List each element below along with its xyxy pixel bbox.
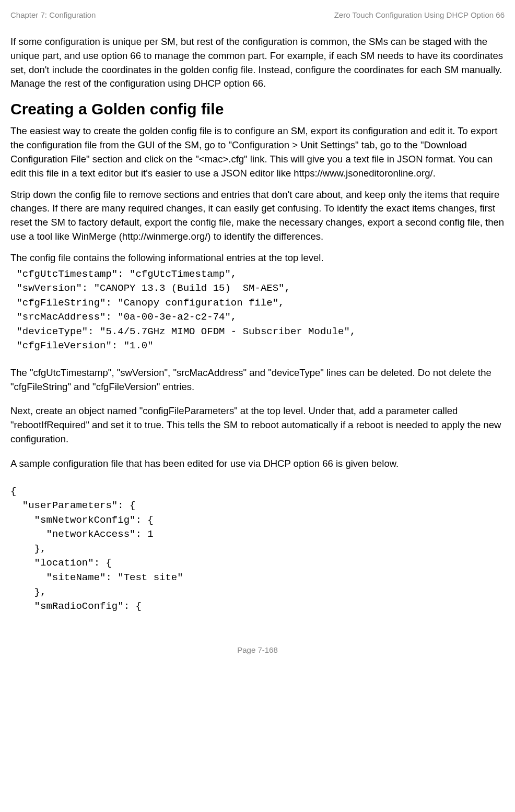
page-header: Chapter 7: Configuration Zero Touch Conf… <box>10 10 505 19</box>
paragraph-6: A sample configuration file that has bee… <box>10 457 505 471</box>
intro-paragraph: If some configuration is unique per SM, … <box>10 35 505 91</box>
paragraph-5: Next, create an object named "configFile… <box>10 404 505 446</box>
code-block-2: { "userParameters": { "smNetworkConfig":… <box>10 485 505 614</box>
header-chapter: Chapter 7: Configuration <box>10 10 96 19</box>
paragraph-3: The config file contains the following i… <box>10 251 505 265</box>
header-section: Zero Touch Configuration Using DHCP Opti… <box>334 10 505 19</box>
page-footer: Page 7-168 <box>10 645 505 654</box>
paragraph-1: The easiest way to create the golden con… <box>10 124 505 180</box>
section-heading: Creating a Golden config file <box>10 100 505 118</box>
paragraph-2: Strip down the config file to remove sec… <box>10 188 505 244</box>
paragraph-4: The "cfgUtcTimestamp", "swVersion", "src… <box>10 366 505 394</box>
code-block-1: "cfgUtcTimestamp": "cfgUtcTimestamp", "s… <box>10 267 505 354</box>
